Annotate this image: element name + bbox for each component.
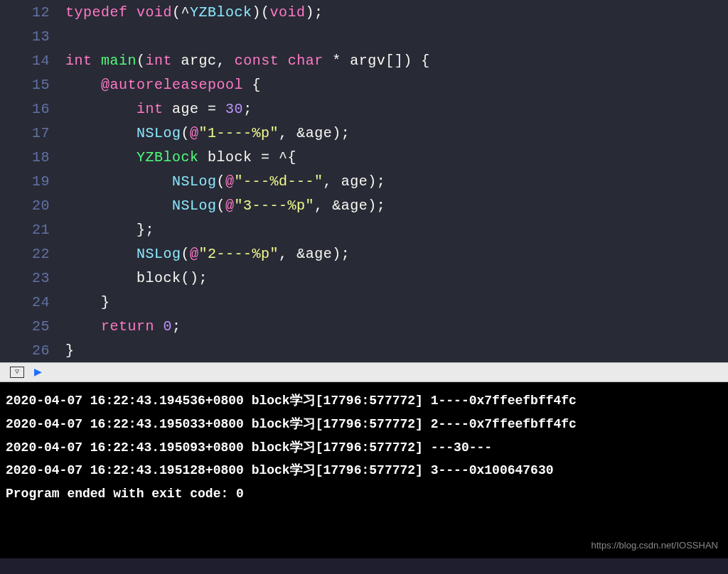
line-number: 13 (0, 28, 65, 45)
code-line[interactable]: 23 block(); (0, 266, 728, 290)
line-number: 14 (0, 53, 65, 69)
line-number: 25 (0, 318, 65, 335)
code-line[interactable]: 15 @autoreleasepool { (0, 72, 728, 97)
code-content[interactable]: } (65, 294, 110, 310)
code-content[interactable]: int main(int argc, const char * argv[]) … (65, 53, 430, 69)
code-line[interactable]: 13 (0, 24, 728, 48)
code-content[interactable]: YZBlock block = ^{ (65, 149, 296, 166)
code-line[interactable]: 14int main(int argc, const char * argv[]… (0, 48, 728, 72)
code-content[interactable]: int age = 30; (65, 101, 252, 117)
code-line[interactable]: 16 int age = 30; (0, 97, 728, 121)
code-content[interactable]: } (65, 342, 75, 359)
console-line: 2020-04-07 16:22:43.194536+0800 block学习[… (6, 389, 722, 413)
code-line[interactable]: 17 NSLog(@"1----%p", &age); (0, 121, 728, 145)
line-number: 15 (0, 77, 65, 93)
code-line[interactable]: 26} (0, 338, 728, 362)
code-content[interactable]: return 0; (65, 318, 181, 335)
code-line[interactable]: 24 } (0, 290, 728, 314)
code-line[interactable]: 20 NSLog(@"3----%p", &age); (0, 193, 728, 217)
console-line: Program ended with exit code: 0 (6, 482, 722, 506)
code-line[interactable]: 19 NSLog(@"---%d---", age); (0, 169, 728, 193)
line-number: 24 (0, 294, 65, 310)
line-number: 17 (0, 125, 65, 141)
console-line: 2020-04-07 16:22:43.195128+0800 block学习[… (6, 459, 722, 482)
code-line[interactable]: 18 YZBlock block = ^{ (0, 145, 728, 169)
line-number: 19 (0, 173, 65, 190)
line-number: 16 (0, 101, 65, 117)
line-number: 20 (0, 197, 65, 214)
code-content[interactable]: NSLog(@"---%d---", age); (65, 173, 385, 190)
console-line: 2020-04-07 16:22:43.195033+0800 block学习[… (6, 413, 722, 436)
code-line[interactable]: 12typedef void(^YZBlock)(void); (0, 0, 728, 24)
line-number: 22 (0, 246, 65, 262)
code-line[interactable]: 25 return 0; (0, 314, 728, 338)
code-content[interactable]: @autoreleasepool { (65, 77, 261, 93)
code-content[interactable]: }; (65, 222, 154, 238)
console-line: 2020-04-07 16:22:43.195093+0800 block学习[… (6, 436, 722, 460)
line-number: 21 (0, 222, 65, 238)
line-number: 12 (0, 4, 65, 21)
output-selector-icon[interactable]: ▽ (10, 367, 24, 378)
code-content[interactable]: NSLog(@"2----%p", &age); (65, 246, 350, 262)
console-output[interactable]: 2020-04-07 16:22:43.194536+0800 block学习[… (0, 382, 728, 558)
line-number: 26 (0, 342, 65, 359)
debug-toolbar: ▽ ▶ (0, 362, 728, 382)
code-content[interactable]: NSLog(@"1----%p", &age); (65, 125, 350, 141)
line-number: 23 (0, 270, 65, 286)
code-line[interactable]: 21 }; (0, 217, 728, 242)
code-content[interactable]: block(); (65, 270, 208, 286)
filter-arrow-icon[interactable]: ▶ (34, 366, 42, 379)
line-number: 18 (0, 149, 65, 166)
watermark-text: https://blog.csdn.net/IOSSHAN (592, 537, 718, 554)
code-content[interactable]: NSLog(@"3----%p", &age); (65, 197, 385, 214)
code-editor[interactable]: 12typedef void(^YZBlock)(void);1314int m… (0, 0, 728, 362)
code-content[interactable]: typedef void(^YZBlock)(void); (65, 4, 323, 21)
code-line[interactable]: 22 NSLog(@"2----%p", &age); (0, 242, 728, 266)
